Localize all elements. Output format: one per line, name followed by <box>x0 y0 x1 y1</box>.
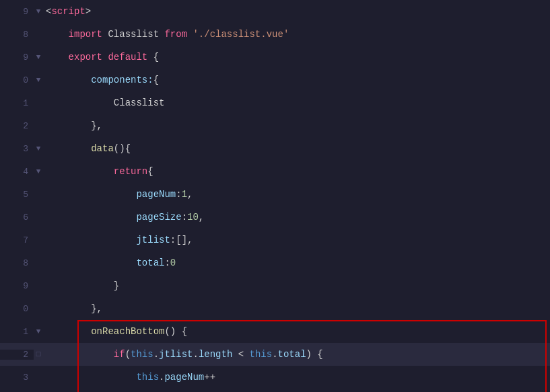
token: [] <box>176 235 187 245</box>
code-line: 3▼ data(){ <box>0 137 550 160</box>
token: . <box>272 349 277 360</box>
token: script <box>51 6 85 17</box>
token: . <box>153 349 159 360</box>
token: (){ <box>114 143 131 154</box>
code-line: 7 jtlist:[], <box>0 229 550 251</box>
line-content: jtlist:[], <box>43 229 550 251</box>
token: total <box>278 349 306 360</box>
token: ) { <box>306 349 323 360</box>
token: , <box>187 189 193 200</box>
line-number: 7 <box>0 235 34 245</box>
token: Classlist <box>114 97 165 108</box>
token: this <box>131 349 153 360</box>
code-line: 8 import Classlist from './classlist.vue… <box>0 23 550 46</box>
code-line: 0▼ components:{ <box>0 69 550 91</box>
line-number: 4 <box>0 167 34 177</box>
code-line: 1▼ onReachBottom() { <box>0 320 550 343</box>
fold-icon[interactable]: ▼ <box>34 145 43 153</box>
token: }, <box>91 120 102 131</box>
token: < <box>232 349 249 360</box>
token: }, <box>91 303 102 314</box>
code-line: 1 Classlist <box>0 91 550 114</box>
token: { <box>153 52 159 63</box>
token: : <box>164 258 170 268</box>
token: { <box>153 75 159 85</box>
fold-icon[interactable]: ▼ <box>34 53 43 61</box>
code-line: 4▼ return{ <box>0 160 550 183</box>
line-number: 9 <box>0 281 34 291</box>
token: : <box>176 189 181 200</box>
line-content: } <box>43 274 550 297</box>
token: jtlist <box>159 349 193 360</box>
code-line: 3 this.pageNum++ <box>0 366 550 389</box>
code-line: 4 this.getlecturelist() <box>0 389 550 392</box>
token: import <box>69 29 108 40</box>
code-line: 8 total:0 <box>0 251 550 274</box>
token: jtlist <box>136 235 170 245</box>
token: this <box>250 349 273 360</box>
line-number: 3 <box>0 373 34 383</box>
token: default <box>108 52 153 63</box>
token: return <box>114 166 147 177</box>
token: > <box>85 6 91 17</box>
line-content: pageSize:10, <box>43 206 550 229</box>
line-content: pageNum:1, <box>43 183 550 206</box>
token: { <box>147 166 153 177</box>
token: total <box>136 258 164 268</box>
token: pageNum <box>136 189 176 200</box>
line-number: 2 <box>0 121 34 131</box>
line-content: components:{ <box>43 69 550 91</box>
token: pageSize <box>136 212 181 223</box>
line-number: 3 <box>0 144 34 154</box>
line-content: export default { <box>43 46 550 69</box>
token: pageNum <box>164 372 204 383</box>
token: this <box>136 372 159 383</box>
token: components: <box>91 75 153 85</box>
line-content: import Classlist from './classlist.vue' <box>43 23 550 46</box>
line-content: }, <box>43 297 550 320</box>
token: ( <box>125 349 131 360</box>
token: , <box>187 235 193 245</box>
fold-icon[interactable]: □ <box>34 350 43 358</box>
code-line: 5 pageNum:1, <box>0 183 550 206</box>
fold-icon[interactable]: ▼ <box>34 167 43 175</box>
fold-icon[interactable]: ▼ <box>34 7 43 15</box>
fold-icon[interactable]: ▼ <box>34 76 43 84</box>
line-number: 9 <box>0 7 34 17</box>
token: Classlist <box>108 29 164 40</box>
code-line: 2□ if(this.jtlist.length < this.total) { <box>0 343 550 366</box>
line-content: }, <box>43 114 550 137</box>
line-content: this.getlecturelist() <box>43 389 550 392</box>
token: './classlist.vue' <box>193 29 289 40</box>
token: onReachBottom <box>91 326 164 337</box>
token: } <box>114 280 119 291</box>
code-line: 2 }, <box>0 114 550 137</box>
token: , <box>199 212 204 223</box>
line-content: return{ <box>43 160 550 183</box>
token: 1 <box>182 189 187 200</box>
line-content: data(){ <box>43 137 550 160</box>
token: () { <box>164 326 187 337</box>
line-number: 8 <box>0 30 34 40</box>
code-editor: 9▼<script>8 import Classlist from './cla… <box>0 0 550 392</box>
token: : <box>182 212 187 223</box>
line-content: onReachBottom() { <box>43 320 550 343</box>
line-number: 6 <box>0 212 34 223</box>
line-content: Classlist <box>43 91 550 114</box>
token: export <box>69 52 108 63</box>
token: 10 <box>187 212 199 223</box>
token: from <box>164 29 193 40</box>
token: length <box>199 349 232 360</box>
token: . <box>193 349 198 360</box>
line-content: total:0 <box>43 251 550 274</box>
line-content: this.pageNum++ <box>43 366 550 389</box>
code-line: 9▼<script> <box>0 0 550 23</box>
line-number: 0 <box>0 304 34 314</box>
line-number: 0 <box>0 75 34 85</box>
line-number: 1 <box>0 98 34 108</box>
code-line: 6 pageSize:10, <box>0 206 550 229</box>
token: data <box>91 143 114 154</box>
line-number: 1 <box>0 327 34 337</box>
fold-icon[interactable]: ▼ <box>34 327 43 336</box>
line-number: 8 <box>0 258 34 268</box>
